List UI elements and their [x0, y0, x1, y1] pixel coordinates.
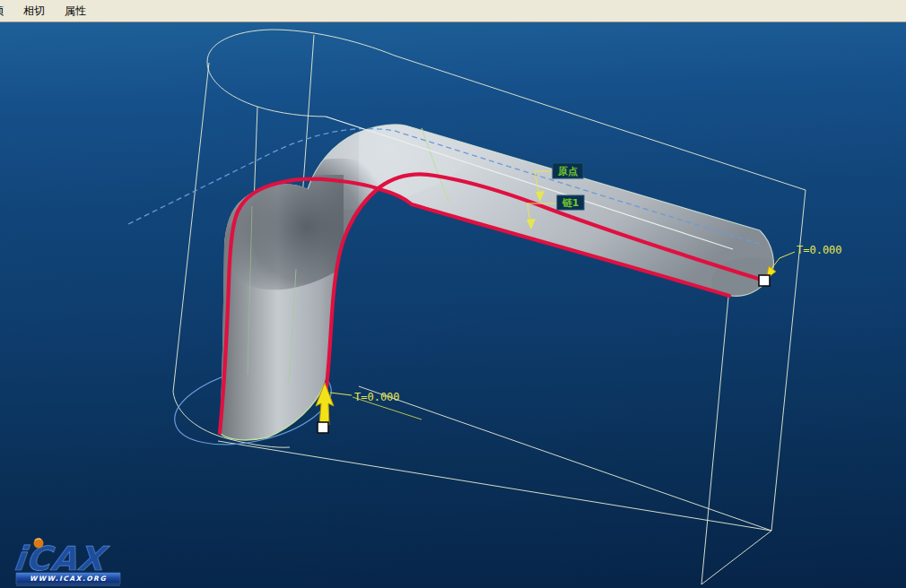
chain-trajectory-label[interactable]: 链1 [562, 197, 579, 209]
origin-trajectory-label[interactable]: 原点 [557, 166, 578, 177]
icax-logo: iCAX WWW.ICAX.ORG [12, 539, 120, 586]
end-endpoint-handle[interactable] [759, 275, 770, 286]
menu-item-properties[interactable]: 属性 [65, 4, 86, 19]
model-canvas[interactable]: T=0.000 T=0.000 原点 链1 iCAX WWW.ICAX.ORG [0, 22, 906, 588]
cad-viewport[interactable]: T=0.000 T=0.000 原点 链1 iCAX WWW.ICAX.ORG [0, 22, 906, 588]
start-t-value[interactable]: T=0.000 [354, 391, 400, 403]
menu-bar: 项 相切 属性 [0, 0, 906, 22]
end-t-value[interactable]: T=0.000 [797, 244, 842, 256]
icax-url-text: WWW.ICAX.ORG [30, 575, 107, 583]
start-endpoint-handle[interactable] [318, 422, 328, 433]
icax-logo-text: iCAX [12, 540, 111, 578]
menu-item-tangency[interactable]: 相切 [23, 4, 45, 19]
menu-item-options[interactable]: 项 [0, 4, 4, 19]
